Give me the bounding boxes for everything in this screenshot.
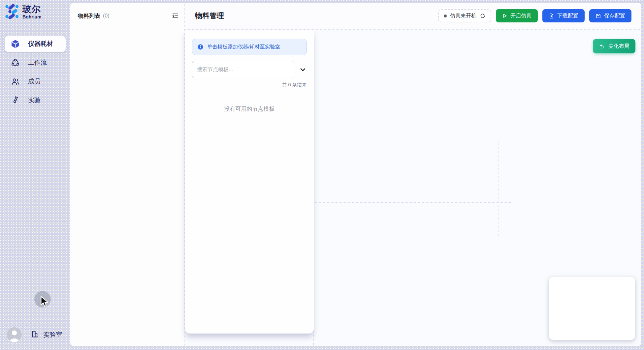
- experiment-icon: [11, 96, 20, 105]
- materials-list-panel: 物料列表 (0): [70, 3, 185, 346]
- sidebar-item-members[interactable]: 成员: [5, 73, 66, 90]
- page-title: 物料管理: [195, 11, 224, 21]
- main-header: 物料管理 仿真未开机: [185, 3, 641, 30]
- node-template-panel: 单击模板添加仪器/耗材至实验室 共 0 条结果 没有可用的节点模板: [185, 30, 314, 334]
- sidebar-nav: 仪器耗材 工作流 成员: [5, 36, 66, 108]
- sidebar-item-workflow[interactable]: 工作流: [5, 54, 66, 71]
- logo-title: 玻尔: [22, 4, 42, 14]
- minimap[interactable]: [549, 276, 635, 340]
- members-icon: [11, 77, 20, 86]
- sidebar-item-label: 仪器耗材: [28, 40, 53, 48]
- save-config-button[interactable]: 保存配置: [589, 9, 631, 22]
- sparkles-icon: [599, 43, 605, 49]
- lab-canvas[interactable]: 单击模板添加仪器/耗材至实验室 共 0 条结果 没有可用的节点模板: [185, 30, 641, 346]
- simulation-status-pill[interactable]: 仿真未开机: [438, 9, 491, 22]
- info-icon: [197, 44, 204, 50]
- logo-subtitle: Bohrium: [22, 14, 42, 20]
- result-count: 共 0 条结果: [185, 82, 306, 88]
- sidebar-footer: 实验室: [5, 327, 66, 342]
- save-icon: [596, 13, 601, 19]
- search-row: [192, 61, 307, 78]
- info-banner: 单击模板添加仪器/耗材至实验室: [192, 39, 307, 55]
- main-column: 物料管理 仿真未开机: [185, 3, 641, 346]
- download-config-label: 下载配置: [557, 13, 578, 19]
- beautify-layout-button[interactable]: 美化布局: [593, 39, 635, 53]
- logo: 玻尔 Bohrium: [5, 4, 66, 20]
- refresh-icon[interactable]: [480, 13, 486, 19]
- materials-list-count: (0): [103, 13, 110, 19]
- sidebar-item-label: 成员: [28, 77, 41, 86]
- file-download-icon: [549, 13, 554, 19]
- start-simulation-label: 开启仿真: [510, 13, 531, 19]
- materials-list-title: 物料列表: [78, 12, 100, 20]
- page: { "sidebar": { "logo_title": "玻尔", "logo…: [0, 0, 644, 350]
- simulation-status-label: 仿真未开机: [450, 13, 476, 19]
- app-window: 物料列表 (0) 物料管理 仿真未开机: [70, 3, 641, 346]
- logo-text: 玻尔 Bohrium: [22, 4, 42, 20]
- bohrium-logo-icon: [5, 4, 19, 19]
- play-icon: [502, 13, 507, 18]
- canvas-guide-horizontal: [314, 202, 511, 203]
- materials-list-header: 物料列表 (0): [78, 11, 180, 20]
- building-icon: [30, 330, 39, 340]
- save-config-label: 保存配置: [604, 13, 625, 19]
- workflow-icon: [11, 58, 20, 67]
- info-banner-text: 单击模板添加仪器/耗材至实验室: [207, 44, 280, 50]
- empty-template-text: 没有可用的节点模板: [185, 105, 314, 113]
- header-actions: 仿真未开机: [438, 9, 631, 22]
- mouse-cursor-icon: [40, 296, 49, 309]
- sidebar-item-instruments[interactable]: 仪器耗材: [5, 36, 66, 52]
- start-simulation-button[interactable]: 开启仿真: [496, 9, 538, 22]
- sidebar-item-label: 工作流: [28, 58, 47, 67]
- lab-switcher[interactable]: 实验室: [30, 330, 62, 340]
- sidebar-item-label: 实验: [28, 96, 41, 104]
- canvas-guide-cross-vertical: [499, 141, 499, 237]
- chevron-down-icon[interactable]: [299, 66, 307, 73]
- collapse-panel-icon[interactable]: [171, 11, 180, 20]
- status-dot-icon: [444, 15, 447, 17]
- lab-label: 实验室: [43, 331, 62, 339]
- avatar[interactable]: [7, 327, 22, 342]
- sidebar-item-experiments[interactable]: 实验: [5, 92, 66, 108]
- beautify-layout-label: 美化布局: [608, 43, 629, 50]
- search-input[interactable]: [192, 61, 294, 78]
- download-config-button[interactable]: 下载配置: [542, 9, 585, 22]
- cube-icon: [11, 40, 20, 48]
